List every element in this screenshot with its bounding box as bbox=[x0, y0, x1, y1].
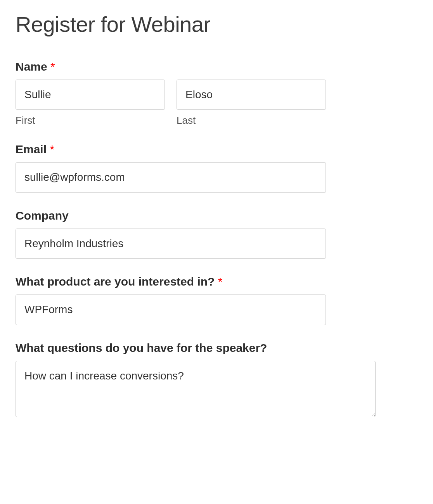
name-row: First Last bbox=[16, 80, 326, 126]
name-field-group: Name * First Last bbox=[16, 60, 396, 126]
last-name-sublabel: Last bbox=[177, 114, 326, 126]
first-name-input[interactable] bbox=[16, 80, 165, 110]
last-name-col: Last bbox=[177, 80, 326, 126]
product-field-group: What product are you interested in? * bbox=[16, 275, 396, 325]
questions-label-text: What questions do you have for the speak… bbox=[16, 341, 267, 354]
email-label-text: Email bbox=[16, 143, 47, 156]
email-field-group: Email * bbox=[16, 143, 396, 192]
email-label: Email * bbox=[16, 143, 396, 156]
email-input[interactable] bbox=[16, 162, 326, 192]
company-label: Company bbox=[16, 209, 396, 222]
questions-field-group: What questions do you have for the speak… bbox=[16, 341, 396, 419]
last-name-input[interactable] bbox=[177, 80, 326, 110]
required-mark: * bbox=[50, 143, 54, 156]
first-name-col: First bbox=[16, 80, 165, 126]
webinar-registration-form: Register for Webinar Name * First Last E… bbox=[16, 12, 396, 419]
name-label-text: Name bbox=[16, 60, 47, 73]
company-label-text: Company bbox=[16, 209, 69, 222]
product-label-text: What product are you interested in? bbox=[16, 275, 215, 288]
name-label: Name * bbox=[16, 60, 396, 73]
product-label: What product are you interested in? * bbox=[16, 275, 396, 288]
page-title: Register for Webinar bbox=[16, 12, 396, 37]
company-input[interactable] bbox=[16, 229, 326, 259]
product-input[interactable] bbox=[16, 294, 326, 325]
required-mark: * bbox=[50, 60, 55, 73]
company-field-group: Company bbox=[16, 209, 396, 259]
questions-textarea[interactable] bbox=[16, 361, 376, 417]
first-name-sublabel: First bbox=[16, 114, 165, 126]
questions-label: What questions do you have for the speak… bbox=[16, 341, 396, 355]
required-mark: * bbox=[218, 275, 223, 288]
